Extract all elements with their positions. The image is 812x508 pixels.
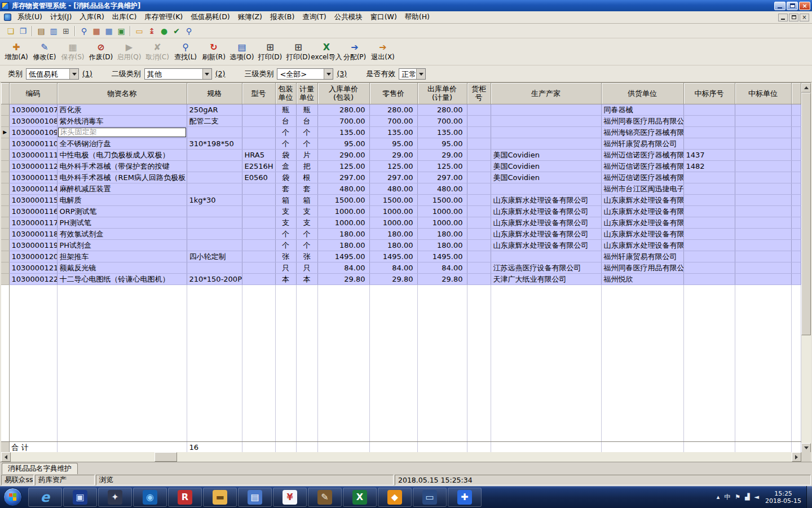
grid-cell[interactable]: 297.00	[317, 172, 369, 183]
column-header[interactable]	[791, 83, 801, 104]
grid-cell[interactable]: 1495.00	[417, 251, 467, 262]
filter-combo-3[interactable]: <全部>	[277, 68, 333, 80]
grid-cell[interactable]	[735, 194, 791, 205]
grid-cell[interactable]: 95.00	[317, 138, 369, 149]
start-button[interactable]	[3, 488, 22, 506]
grid-cell[interactable]	[791, 183, 801, 194]
grid-cell[interactable]	[467, 126, 491, 138]
grid-cell[interactable]	[791, 262, 801, 273]
grid-cell[interactable]: 180.00	[369, 228, 417, 239]
grid-cell[interactable]: 山东康辉水处理设备有限公司	[491, 205, 601, 217]
grid-cell[interactable]: 福州海锦亮医疗器械有限公司	[601, 126, 683, 138]
grid-cell[interactable]	[242, 183, 275, 194]
grid-cell[interactable]: 袋	[275, 172, 296, 183]
grid-cell[interactable]: 盒	[275, 160, 296, 172]
horizontal-scrollbar[interactable]	[1, 452, 811, 462]
grid-cell[interactable]: 125.00	[317, 160, 369, 172]
grid-cell[interactable]: 250gAR	[187, 104, 242, 115]
grid-cell[interactable]: 袋	[275, 149, 296, 160]
grid-cell[interactable]: 福州迈信诺医疗器械有限公司	[601, 149, 683, 160]
print-button[interactable]: ⊞打印(D)	[256, 40, 284, 64]
grid-cell[interactable]	[187, 149, 242, 160]
grid-cell[interactable]: 84.00	[369, 262, 417, 273]
grid-cell[interactable]	[467, 183, 491, 194]
grid-cell[interactable]	[491, 183, 601, 194]
grid-cell[interactable]	[467, 251, 491, 262]
grid-cell[interactable]	[791, 138, 801, 149]
menu-item[interactable]: 计划(J)	[46, 11, 76, 24]
grid-cell[interactable]	[735, 126, 791, 138]
grid-cell[interactable]: 1030000113	[9, 172, 57, 183]
grid-cell[interactable]: 十二导心电图纸（铃谦心电图机）	[57, 273, 187, 284]
grid-cell[interactable]	[242, 104, 275, 115]
filter-combo-2[interactable]: 其他	[144, 68, 212, 80]
grid-cell[interactable]: 290.00	[317, 149, 369, 160]
monitor-taskbar-button[interactable]: ▭	[413, 488, 447, 507]
menu-item[interactable]: 出库(C)	[108, 11, 140, 24]
column-header[interactable]: 规格	[187, 83, 242, 104]
menu-item[interactable]: 公共模块	[330, 11, 367, 24]
grid-cell[interactable]: 天津广大纸业有限公司	[491, 273, 601, 284]
grid-cell[interactable]	[491, 115, 601, 126]
combo-dropdown-button[interactable]	[324, 69, 333, 79]
grid-cell[interactable]	[187, 262, 242, 273]
grid-cell[interactable]	[242, 115, 275, 126]
thermometer-button[interactable]: ↨	[145, 25, 158, 37]
grid-cell[interactable]: 1000.00	[369, 205, 417, 217]
column-header[interactable]: 型号	[242, 83, 275, 104]
grid-cell[interactable]: 山东康辉水处理设备有限公司	[491, 228, 601, 239]
grid-cell[interactable]: 180.00	[417, 239, 467, 251]
grid-cell[interactable]	[683, 183, 735, 194]
grid-cell[interactable]	[467, 273, 491, 284]
grid-cell[interactable]: 1495.00	[317, 251, 369, 262]
grid-cell[interactable]: 280.00	[317, 104, 369, 115]
grid-cell[interactable]: 四小轮定制	[187, 251, 242, 262]
grid-cell[interactable]: 个	[275, 138, 296, 149]
grid-cell[interactable]	[242, 138, 275, 149]
grid-cell[interactable]: 1000.00	[369, 217, 417, 228]
grid-cell[interactable]: 210*150-200P	[187, 273, 242, 284]
column-header[interactable]: 物资名称	[57, 83, 187, 104]
grid-cell[interactable]: 美国Covidien	[491, 149, 601, 160]
grid-cell[interactable]: 1000.00	[417, 205, 467, 217]
grid-cell[interactable]	[683, 251, 735, 262]
grid-cell[interactable]: 480.00	[317, 183, 369, 194]
grid-cell[interactable]: 福州迈信诺医疗器械有限公司	[601, 172, 683, 183]
combo-dropdown-button[interactable]	[202, 69, 211, 79]
medical-plus-taskbar-button[interactable]: ✚	[448, 488, 482, 507]
grid-cell[interactable]	[683, 217, 735, 228]
grid-cell[interactable]: 支	[296, 217, 317, 228]
grid-cell[interactable]: 配管二支	[187, 115, 242, 126]
grid-cell[interactable]	[791, 160, 801, 172]
grid-cell[interactable]: 只	[275, 262, 296, 273]
grid-cell[interactable]: 个	[275, 239, 296, 251]
column-header[interactable]: 中标序号	[683, 83, 735, 104]
grid-cell[interactable]: 山东康辉水处理设备有限公司	[601, 194, 683, 205]
grid-cell[interactable]	[242, 251, 275, 262]
grid-cell[interactable]	[57, 126, 187, 138]
grid-cell[interactable]	[242, 194, 275, 205]
grid-cell[interactable]	[467, 149, 491, 160]
grid-cell[interactable]: 1030000116	[9, 205, 57, 217]
grid-cell[interactable]: 支	[275, 205, 296, 217]
grid-cell[interactable]	[791, 251, 801, 262]
save-small-button[interactable]: ❏	[5, 25, 17, 37]
grid-cell[interactable]: 1000.00	[317, 217, 369, 228]
grid-cell[interactable]	[791, 273, 801, 284]
grid-cell[interactable]	[467, 205, 491, 217]
grid-cell[interactable]: 1437	[683, 149, 735, 160]
grid-cell[interactable]: 全不锈钢治疗盘	[57, 138, 187, 149]
action-center-icon[interactable]: ⚑	[735, 494, 740, 500]
grid-cell[interactable]: 福州轩康贸易有限公司	[601, 251, 683, 262]
grid-cell[interactable]	[242, 262, 275, 273]
grid-cell[interactable]: 支	[275, 217, 296, 228]
grid-cell[interactable]: 29.80	[369, 273, 417, 284]
grid-cell[interactable]	[467, 262, 491, 273]
briefcase-taskbar-button[interactable]: ▬	[203, 488, 237, 507]
grid-cell[interactable]	[683, 172, 735, 183]
grid-cell[interactable]: 1030000120	[9, 251, 57, 262]
menu-item[interactable]: 库存管理(K)	[140, 11, 187, 24]
grid-cell[interactable]: 紫外线消毒车	[57, 115, 187, 126]
grid-cell[interactable]	[735, 149, 791, 160]
menu-item[interactable]: 低值易耗(D)	[187, 11, 233, 24]
